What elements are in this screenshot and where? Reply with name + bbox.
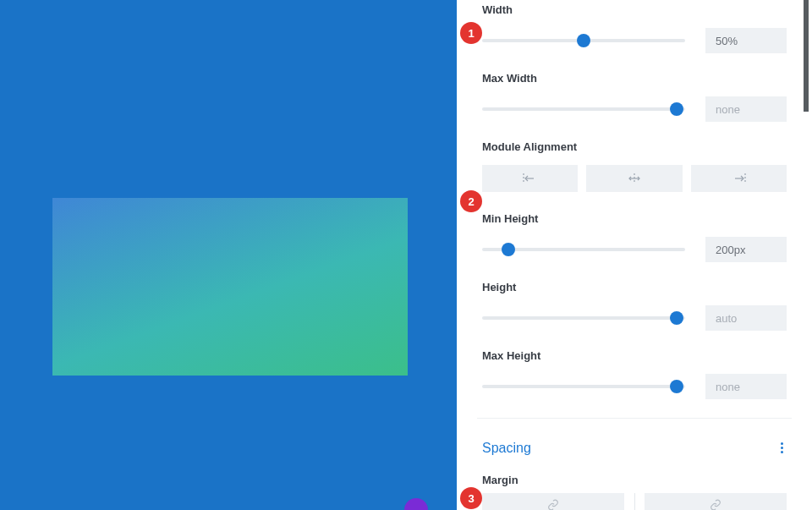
spacing-section-title[interactable]: Spacing (482, 441, 531, 456)
min-height-slider[interactable] (482, 242, 685, 257)
margin-label: Margin (482, 474, 787, 486)
width-label: Width (482, 3, 787, 16)
align-center-button[interactable] (586, 165, 682, 192)
height-slider-thumb[interactable] (670, 311, 683, 325)
module-preview[interactable] (52, 198, 408, 376)
align-button-group (482, 165, 787, 192)
max-height-label: Max Height (482, 349, 787, 362)
margin-left-input[interactable] (645, 493, 716, 510)
builder-canvas[interactable] (0, 0, 457, 510)
margin-bottom-input[interactable] (553, 493, 624, 510)
align-center-icon (627, 173, 642, 184)
min-height-slider-thumb[interactable] (502, 243, 515, 256)
align-right-button[interactable] (691, 165, 787, 192)
width-slider-thumb[interactable] (577, 34, 590, 47)
section-divider (477, 418, 792, 419)
spacing-options-menu[interactable] (777, 437, 787, 458)
max-width-slider[interactable] (482, 101, 685, 117)
panel-scrollbar[interactable] (804, 0, 809, 112)
annotation-badge-1: 1 (460, 22, 482, 44)
module-settings-fab[interactable] (404, 498, 428, 510)
margin-top-input[interactable] (482, 493, 553, 510)
max-height-input[interactable]: none (705, 374, 787, 399)
align-left-icon (523, 173, 538, 184)
height-input[interactable]: auto (705, 305, 787, 331)
annotation-badge-2: 2 (460, 190, 482, 212)
margin-right-input[interactable] (716, 493, 787, 510)
height-slider[interactable] (482, 310, 685, 326)
annotation-badge-3: 3 (460, 487, 482, 509)
margin-grid: Top Bottom Left Right (482, 493, 787, 510)
align-right-icon (731, 173, 746, 184)
max-width-label: Max Width (482, 72, 787, 85)
settings-panel: Width 50% Max Width none Module Alignmen… (457, 0, 812, 510)
width-input[interactable]: 50% (705, 28, 787, 53)
max-height-slider[interactable] (482, 379, 685, 394)
height-label: Height (482, 281, 787, 293)
min-height-label: Min Height (482, 212, 787, 225)
width-slider[interactable] (482, 33, 685, 48)
kebab-icon (781, 442, 783, 445)
align-label: Module Alignment (482, 140, 787, 153)
max-width-slider-thumb[interactable] (670, 102, 683, 116)
min-height-input[interactable]: 200px (705, 237, 787, 262)
max-height-slider-thumb[interactable] (670, 380, 683, 393)
max-width-input[interactable]: none (705, 96, 787, 122)
align-left-button[interactable] (482, 165, 578, 192)
